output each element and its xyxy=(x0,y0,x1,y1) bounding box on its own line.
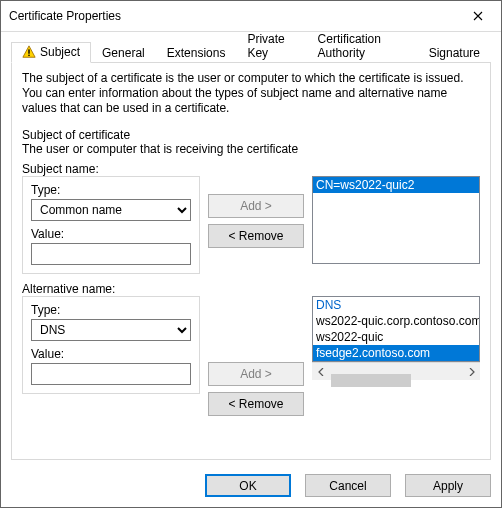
svg-rect-0 xyxy=(28,49,29,53)
window-title: Certificate Properties xyxy=(9,9,455,23)
intro-text: The subject of a certificate is the user… xyxy=(22,71,480,116)
cancel-button[interactable]: Cancel xyxy=(305,474,391,497)
alternative-name-section: Type: DNS Value: Add > < Remove DNS ws20… xyxy=(22,296,480,443)
warning-icon xyxy=(22,45,36,59)
subject-value-label: Value: xyxy=(31,227,191,241)
alternative-name-group: Type: DNS Value: xyxy=(22,296,200,394)
alternative-name-listbox[interactable]: DNS ws2022-quic.corp.contoso.com ws2022-… xyxy=(312,296,480,362)
subject-name-heading: Subject name: xyxy=(22,162,480,176)
ok-button[interactable]: OK xyxy=(205,474,291,497)
subject-value-input[interactable] xyxy=(31,243,191,265)
tab-private-key[interactable]: Private Key xyxy=(236,29,306,63)
tab-general[interactable]: General xyxy=(91,43,156,63)
tab-strip: Subject General Extensions Private Key C… xyxy=(11,40,491,62)
scroll-thumb[interactable] xyxy=(331,374,411,387)
close-icon xyxy=(473,11,483,21)
scroll-right-button[interactable] xyxy=(463,363,480,380)
horizontal-scrollbar[interactable] xyxy=(312,362,480,380)
chevron-right-icon xyxy=(469,368,475,376)
list-category: DNS xyxy=(313,297,479,313)
list-item[interactable]: fsedge2.contoso.com xyxy=(313,345,479,361)
alt-type-select[interactable]: DNS xyxy=(31,319,191,341)
alt-value-input[interactable] xyxy=(31,363,191,385)
tab-certification-authority[interactable]: Certification Authority xyxy=(307,29,418,63)
subject-remove-button[interactable]: < Remove xyxy=(208,224,304,248)
subject-section-title: Subject of certificate xyxy=(22,128,480,142)
close-button[interactable] xyxy=(455,1,501,31)
alt-remove-button[interactable]: < Remove xyxy=(208,392,304,416)
alt-value-label: Value: xyxy=(31,347,191,361)
apply-button[interactable]: Apply xyxy=(405,474,491,497)
svg-rect-1 xyxy=(28,55,29,56)
tab-panel-subject: The subject of a certificate is the user… xyxy=(11,62,491,460)
titlebar: Certificate Properties xyxy=(1,1,501,32)
subject-name-buttons: Add > < Remove xyxy=(208,176,304,248)
tab-extensions[interactable]: Extensions xyxy=(156,43,237,63)
subject-name-group: Type: Common name Value: xyxy=(22,176,200,274)
alt-name-buttons: Add > < Remove xyxy=(208,296,304,416)
certificate-properties-window: Certificate Properties Subject General E… xyxy=(0,0,502,508)
dialog-body: Subject General Extensions Private Key C… xyxy=(1,32,501,466)
chevron-left-icon xyxy=(318,368,324,376)
list-item[interactable]: CN=ws2022-quic2 xyxy=(313,177,479,193)
subject-add-button[interactable]: Add > xyxy=(208,194,304,218)
alternative-name-heading: Alternative name: xyxy=(22,282,480,296)
dialog-footer: OK Cancel Apply xyxy=(1,466,501,507)
alt-type-label: Type: xyxy=(31,303,191,317)
subject-name-listbox[interactable]: CN=ws2022-quic2 xyxy=(312,176,480,264)
subject-type-select[interactable]: Common name xyxy=(31,199,191,221)
list-item[interactable]: ws2022-quic xyxy=(313,329,479,345)
tab-subject[interactable]: Subject xyxy=(11,42,91,63)
tab-subject-label: Subject xyxy=(40,45,80,59)
list-item[interactable]: ws2022-quic.corp.contoso.com xyxy=(313,313,479,329)
tab-signature[interactable]: Signature xyxy=(418,43,491,63)
alt-add-button[interactable]: Add > xyxy=(208,362,304,386)
scroll-left-button[interactable] xyxy=(312,363,329,380)
subject-type-label: Type: xyxy=(31,183,191,197)
subject-section-subtitle: The user or computer that is receiving t… xyxy=(22,142,480,156)
subject-name-section: Type: Common name Value: Add > < Remove … xyxy=(22,176,480,274)
